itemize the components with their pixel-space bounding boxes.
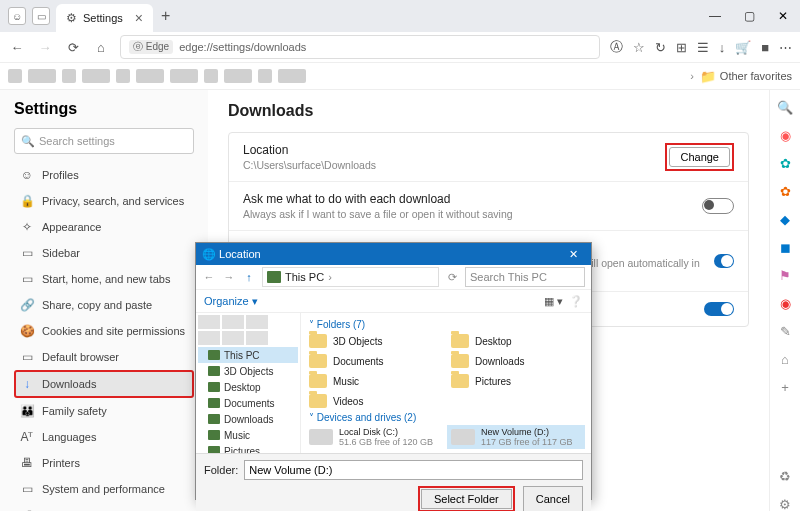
folder-item[interactable]: Pictures: [447, 372, 587, 390]
folder-item[interactable]: Videos: [305, 392, 445, 410]
select-folder-button[interactable]: Select Folder: [421, 489, 512, 509]
dialog-tree[interactable]: This PC 3D ObjectsDesktopDocumentsDownlo…: [196, 313, 301, 453]
sidebar-item-share-copy-and-paste[interactable]: 🔗Share, copy and paste: [14, 292, 194, 318]
rail-icon[interactable]: ✿: [776, 182, 794, 200]
ext1-icon[interactable]: 🛒: [735, 40, 751, 55]
minimize-button[interactable]: —: [698, 2, 732, 30]
favorites-overflow-icon[interactable]: ›: [690, 70, 694, 82]
drives-section-head[interactable]: ˅ Devices and drives (2): [309, 412, 587, 423]
drive-item[interactable]: Local Disk (C:)51.6 GB free of 120 GB: [305, 425, 443, 449]
read-aloud-icon[interactable]: Ⓐ: [610, 38, 623, 56]
rail-icon[interactable]: ⚑: [776, 266, 794, 284]
folder-item[interactable]: Music: [305, 372, 445, 390]
drive-item[interactable]: New Volume (D:)117 GB free of 117 GB: [447, 425, 585, 449]
favorite-item[interactable]: [204, 69, 218, 83]
dialog-back-button[interactable]: ←: [202, 271, 216, 283]
favorite-icon[interactable]: ☆: [633, 40, 645, 55]
sidebar-item-family-safety[interactable]: 👪Family safety: [14, 398, 194, 424]
sidebar-item-printers[interactable]: 🖶Printers: [14, 450, 194, 476]
sync-icon[interactable]: ↻: [655, 40, 666, 55]
pc-icon: [267, 271, 281, 283]
refresh-button[interactable]: ⟳: [64, 40, 82, 55]
favorite-item[interactable]: [136, 69, 164, 83]
favorite-item[interactable]: [258, 69, 272, 83]
workspaces-icon[interactable]: ▭: [32, 7, 50, 25]
rail-settings-icon[interactable]: ⚙: [776, 495, 794, 511]
tab-close-icon[interactable]: ×: [135, 10, 143, 26]
back-button[interactable]: ←: [8, 40, 26, 55]
maximize-button[interactable]: ▢: [732, 2, 766, 30]
folder-item[interactable]: Downloads: [447, 352, 587, 370]
folder-name-input[interactable]: [244, 460, 583, 480]
menu-icon[interactable]: ⋯: [779, 40, 792, 55]
favorite-item[interactable]: [278, 69, 306, 83]
cancel-button[interactable]: Cancel: [523, 486, 583, 511]
favorite-item[interactable]: [170, 69, 198, 83]
folder-item[interactable]: Desktop: [447, 332, 587, 350]
settings-search-input[interactable]: 🔍 Search settings: [14, 128, 194, 154]
extensions-icon[interactable]: ☰: [697, 40, 709, 55]
rail-icon[interactable]: ✎: [776, 322, 794, 340]
tree-item[interactable]: Downloads: [198, 411, 298, 427]
window-close-button[interactable]: ✕: [766, 2, 800, 30]
new-tab-button[interactable]: +: [161, 7, 170, 25]
rail-icon[interactable]: ◉: [776, 126, 794, 144]
rail-icon[interactable]: ✿: [776, 154, 794, 172]
dialog-refresh-button[interactable]: ⟳: [445, 271, 459, 284]
favorite-item[interactable]: [82, 69, 110, 83]
favorite-item[interactable]: [28, 69, 56, 83]
rail-search-icon[interactable]: 🔍: [776, 98, 794, 116]
ext2-icon[interactable]: ■: [761, 40, 769, 55]
organize-menu[interactable]: Organize ▾: [204, 295, 258, 308]
chevron-right-icon[interactable]: ›: [328, 271, 332, 283]
folder-item[interactable]: 3D Objects: [305, 332, 445, 350]
sidebar-item-privacy-search-and-services[interactable]: 🔒Privacy, search, and services: [14, 188, 194, 214]
tree-item[interactable]: 3D Objects: [198, 363, 298, 379]
sidebar-item-appearance[interactable]: ✧Appearance: [14, 214, 194, 240]
rail-icon[interactable]: ⌂: [776, 350, 794, 368]
sidebar-item-languages[interactable]: AᵀLanguages: [14, 424, 194, 450]
sidebar-item-reset-settings[interactable]: ↺Reset settings: [14, 502, 194, 511]
rail-icon[interactable]: ◉: [776, 294, 794, 312]
favorite-item[interactable]: [8, 69, 22, 83]
rail-add-icon[interactable]: +: [776, 378, 794, 396]
tree-item[interactable]: Pictures: [198, 443, 298, 453]
sidebar-item-system-and-performance[interactable]: ▭System and performance: [14, 476, 194, 502]
sidebar-item-cookies-and-site-permissions[interactable]: 🍪Cookies and site permissions: [14, 318, 194, 344]
help-icon[interactable]: ❔: [569, 295, 583, 308]
collections-icon[interactable]: ⊞: [676, 40, 687, 55]
dialog-file-area[interactable]: ˅ Folders (7) 3D ObjectsDesktopDocuments…: [301, 313, 591, 453]
change-location-button[interactable]: Change: [669, 147, 730, 167]
sidebar-item-downloads[interactable]: ↓Downloads: [14, 370, 194, 398]
favorite-item[interactable]: [116, 69, 130, 83]
show-menu-toggle[interactable]: [704, 302, 734, 316]
profile-icon[interactable]: ☺: [8, 7, 26, 25]
url-input[interactable]: ⓔ Edge edge://settings/downloads: [120, 35, 600, 59]
tree-item[interactable]: Documents: [198, 395, 298, 411]
dialog-close-button[interactable]: ✕: [561, 248, 585, 261]
dialog-breadcrumb[interactable]: This PC ›: [262, 267, 439, 287]
sidebar-item-start-home-and-new-tabs[interactable]: ▭Start, home, and new tabs: [14, 266, 194, 292]
sidebar-item-profiles[interactable]: ☺Profiles: [14, 162, 194, 188]
tree-this-pc[interactable]: This PC: [198, 347, 298, 363]
favorite-item[interactable]: [62, 69, 76, 83]
tree-item[interactable]: Desktop: [198, 379, 298, 395]
dialog-up-button[interactable]: ↑: [242, 271, 256, 283]
sidebar-item-default-browser[interactable]: ▭Default browser: [14, 344, 194, 370]
folders-section-head[interactable]: ˅ Folders (7): [309, 319, 587, 330]
tree-item[interactable]: Music: [198, 427, 298, 443]
favorite-item[interactable]: [224, 69, 252, 83]
rail-icon[interactable]: ◆: [776, 210, 794, 228]
view-icon[interactable]: ▦ ▾: [544, 295, 563, 308]
dialog-search-input[interactable]: Search This PC: [465, 267, 585, 287]
other-favorites-folder[interactable]: 📁 Other favorites: [700, 69, 792, 84]
home-button[interactable]: ⌂: [92, 40, 110, 55]
office-files-toggle[interactable]: [714, 254, 734, 268]
sidebar-item-sidebar[interactable]: ▭Sidebar: [14, 240, 194, 266]
ask-download-toggle[interactable]: [702, 198, 734, 214]
rail-icon[interactable]: ♻: [776, 467, 794, 485]
browser-tab[interactable]: ⚙ Settings ×: [56, 4, 153, 32]
downloads-icon[interactable]: ↓: [719, 40, 726, 55]
rail-icon[interactable]: ◼: [776, 238, 794, 256]
folder-item[interactable]: Documents: [305, 352, 445, 370]
